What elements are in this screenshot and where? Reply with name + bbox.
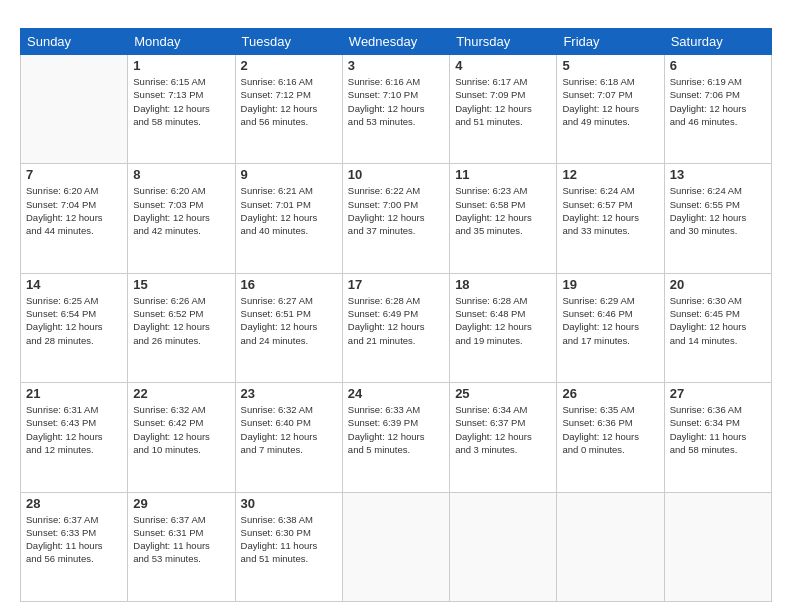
weekday-header: Thursday (450, 29, 557, 55)
day-number: 8 (133, 167, 229, 182)
day-info: Sunrise: 6:28 AMSunset: 6:48 PMDaylight:… (455, 294, 551, 347)
weekday-header: Monday (128, 29, 235, 55)
day-info: Sunrise: 6:26 AMSunset: 6:52 PMDaylight:… (133, 294, 229, 347)
day-number: 1 (133, 58, 229, 73)
day-number: 30 (241, 496, 337, 511)
day-info: Sunrise: 6:22 AMSunset: 7:00 PMDaylight:… (348, 184, 444, 237)
calendar-cell (21, 55, 128, 164)
day-info: Sunrise: 6:19 AMSunset: 7:06 PMDaylight:… (670, 75, 766, 128)
day-info: Sunrise: 6:36 AMSunset: 6:34 PMDaylight:… (670, 403, 766, 456)
calendar-cell: 21Sunrise: 6:31 AMSunset: 6:43 PMDayligh… (21, 383, 128, 492)
calendar-cell: 12Sunrise: 6:24 AMSunset: 6:57 PMDayligh… (557, 164, 664, 273)
calendar-cell: 17Sunrise: 6:28 AMSunset: 6:49 PMDayligh… (342, 273, 449, 382)
day-info: Sunrise: 6:21 AMSunset: 7:01 PMDaylight:… (241, 184, 337, 237)
calendar-cell: 23Sunrise: 6:32 AMSunset: 6:40 PMDayligh… (235, 383, 342, 492)
calendar-cell: 19Sunrise: 6:29 AMSunset: 6:46 PMDayligh… (557, 273, 664, 382)
day-info: Sunrise: 6:24 AMSunset: 6:57 PMDaylight:… (562, 184, 658, 237)
calendar-cell: 29Sunrise: 6:37 AMSunset: 6:31 PMDayligh… (128, 492, 235, 601)
day-number: 3 (348, 58, 444, 73)
calendar-cell: 13Sunrise: 6:24 AMSunset: 6:55 PMDayligh… (664, 164, 771, 273)
day-number: 23 (241, 386, 337, 401)
day-info: Sunrise: 6:16 AMSunset: 7:12 PMDaylight:… (241, 75, 337, 128)
day-number: 10 (348, 167, 444, 182)
day-number: 2 (241, 58, 337, 73)
calendar-cell: 9Sunrise: 6:21 AMSunset: 7:01 PMDaylight… (235, 164, 342, 273)
day-number: 27 (670, 386, 766, 401)
day-info: Sunrise: 6:15 AMSunset: 7:13 PMDaylight:… (133, 75, 229, 128)
calendar-cell: 11Sunrise: 6:23 AMSunset: 6:58 PMDayligh… (450, 164, 557, 273)
day-info: Sunrise: 6:29 AMSunset: 6:46 PMDaylight:… (562, 294, 658, 347)
day-number: 12 (562, 167, 658, 182)
day-number: 20 (670, 277, 766, 292)
day-number: 14 (26, 277, 122, 292)
day-number: 26 (562, 386, 658, 401)
day-number: 5 (562, 58, 658, 73)
day-info: Sunrise: 6:32 AMSunset: 6:42 PMDaylight:… (133, 403, 229, 456)
day-info: Sunrise: 6:32 AMSunset: 6:40 PMDaylight:… (241, 403, 337, 456)
calendar-cell: 25Sunrise: 6:34 AMSunset: 6:37 PMDayligh… (450, 383, 557, 492)
weekday-header: Tuesday (235, 29, 342, 55)
calendar-week-row: 14Sunrise: 6:25 AMSunset: 6:54 PMDayligh… (21, 273, 772, 382)
calendar-cell: 24Sunrise: 6:33 AMSunset: 6:39 PMDayligh… (342, 383, 449, 492)
day-number: 25 (455, 386, 551, 401)
day-info: Sunrise: 6:27 AMSunset: 6:51 PMDaylight:… (241, 294, 337, 347)
calendar-cell: 14Sunrise: 6:25 AMSunset: 6:54 PMDayligh… (21, 273, 128, 382)
day-number: 9 (241, 167, 337, 182)
day-info: Sunrise: 6:20 AMSunset: 7:04 PMDaylight:… (26, 184, 122, 237)
calendar-cell: 28Sunrise: 6:37 AMSunset: 6:33 PMDayligh… (21, 492, 128, 601)
weekday-header: Sunday (21, 29, 128, 55)
day-info: Sunrise: 6:17 AMSunset: 7:09 PMDaylight:… (455, 75, 551, 128)
day-number: 19 (562, 277, 658, 292)
weekday-header: Friday (557, 29, 664, 55)
calendar-cell: 4Sunrise: 6:17 AMSunset: 7:09 PMDaylight… (450, 55, 557, 164)
calendar-cell (557, 492, 664, 601)
calendar-cell: 16Sunrise: 6:27 AMSunset: 6:51 PMDayligh… (235, 273, 342, 382)
day-info: Sunrise: 6:25 AMSunset: 6:54 PMDaylight:… (26, 294, 122, 347)
calendar-cell: 8Sunrise: 6:20 AMSunset: 7:03 PMDaylight… (128, 164, 235, 273)
calendar-cell (664, 492, 771, 601)
calendar-week-row: 7Sunrise: 6:20 AMSunset: 7:04 PMDaylight… (21, 164, 772, 273)
calendar-header-row: SundayMondayTuesdayWednesdayThursdayFrid… (21, 29, 772, 55)
calendar-cell: 5Sunrise: 6:18 AMSunset: 7:07 PMDaylight… (557, 55, 664, 164)
day-info: Sunrise: 6:30 AMSunset: 6:45 PMDaylight:… (670, 294, 766, 347)
day-number: 4 (455, 58, 551, 73)
day-number: 28 (26, 496, 122, 511)
day-info: Sunrise: 6:20 AMSunset: 7:03 PMDaylight:… (133, 184, 229, 237)
day-number: 11 (455, 167, 551, 182)
calendar-cell: 26Sunrise: 6:35 AMSunset: 6:36 PMDayligh… (557, 383, 664, 492)
calendar-cell (450, 492, 557, 601)
day-info: Sunrise: 6:38 AMSunset: 6:30 PMDaylight:… (241, 513, 337, 566)
day-number: 18 (455, 277, 551, 292)
weekday-header: Wednesday (342, 29, 449, 55)
day-info: Sunrise: 6:23 AMSunset: 6:58 PMDaylight:… (455, 184, 551, 237)
day-info: Sunrise: 6:34 AMSunset: 6:37 PMDaylight:… (455, 403, 551, 456)
day-number: 16 (241, 277, 337, 292)
day-number: 13 (670, 167, 766, 182)
day-info: Sunrise: 6:31 AMSunset: 6:43 PMDaylight:… (26, 403, 122, 456)
weekday-header: Saturday (664, 29, 771, 55)
day-number: 6 (670, 58, 766, 73)
calendar-cell: 10Sunrise: 6:22 AMSunset: 7:00 PMDayligh… (342, 164, 449, 273)
calendar-cell: 22Sunrise: 6:32 AMSunset: 6:42 PMDayligh… (128, 383, 235, 492)
calendar-cell: 27Sunrise: 6:36 AMSunset: 6:34 PMDayligh… (664, 383, 771, 492)
calendar-table: SundayMondayTuesdayWednesdayThursdayFrid… (20, 28, 772, 602)
day-number: 22 (133, 386, 229, 401)
calendar-cell: 30Sunrise: 6:38 AMSunset: 6:30 PMDayligh… (235, 492, 342, 601)
day-info: Sunrise: 6:35 AMSunset: 6:36 PMDaylight:… (562, 403, 658, 456)
day-number: 7 (26, 167, 122, 182)
calendar-cell: 1Sunrise: 6:15 AMSunset: 7:13 PMDaylight… (128, 55, 235, 164)
calendar-cell: 18Sunrise: 6:28 AMSunset: 6:48 PMDayligh… (450, 273, 557, 382)
day-info: Sunrise: 6:37 AMSunset: 6:33 PMDaylight:… (26, 513, 122, 566)
day-number: 17 (348, 277, 444, 292)
day-info: Sunrise: 6:18 AMSunset: 7:07 PMDaylight:… (562, 75, 658, 128)
day-number: 15 (133, 277, 229, 292)
calendar-cell: 7Sunrise: 6:20 AMSunset: 7:04 PMDaylight… (21, 164, 128, 273)
calendar-week-row: 28Sunrise: 6:37 AMSunset: 6:33 PMDayligh… (21, 492, 772, 601)
day-number: 24 (348, 386, 444, 401)
calendar-cell: 2Sunrise: 6:16 AMSunset: 7:12 PMDaylight… (235, 55, 342, 164)
day-number: 21 (26, 386, 122, 401)
day-info: Sunrise: 6:28 AMSunset: 6:49 PMDaylight:… (348, 294, 444, 347)
day-info: Sunrise: 6:24 AMSunset: 6:55 PMDaylight:… (670, 184, 766, 237)
calendar-cell: 20Sunrise: 6:30 AMSunset: 6:45 PMDayligh… (664, 273, 771, 382)
calendar-cell: 6Sunrise: 6:19 AMSunset: 7:06 PMDaylight… (664, 55, 771, 164)
